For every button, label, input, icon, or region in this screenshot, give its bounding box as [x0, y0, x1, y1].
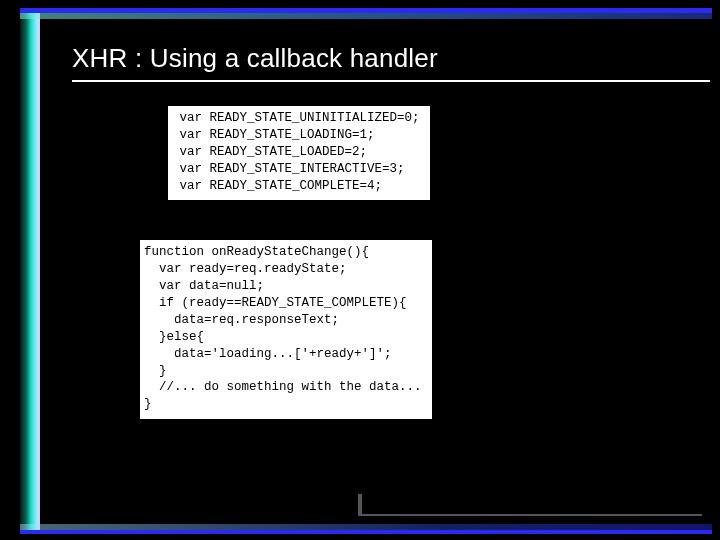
footer-line [358, 514, 702, 516]
slide-frame: XHR : Using a callback handler var READY… [20, 8, 712, 534]
slide-title: XHR : Using a callback handler [72, 43, 694, 74]
title-underline [72, 80, 710, 82]
frame-left-gradient [20, 13, 40, 530]
frame-bottom-highlight [20, 524, 712, 530]
code-block-handler: function onReadyStateChange(){ var ready… [140, 240, 432, 419]
footer-divider [358, 494, 362, 516]
slide-content: XHR : Using a callback handler var READY… [72, 43, 694, 512]
frame-top-highlight [20, 13, 712, 19]
code-block-constants: var READY_STATE_UNINITIALIZED=0; var REA… [168, 106, 430, 200]
